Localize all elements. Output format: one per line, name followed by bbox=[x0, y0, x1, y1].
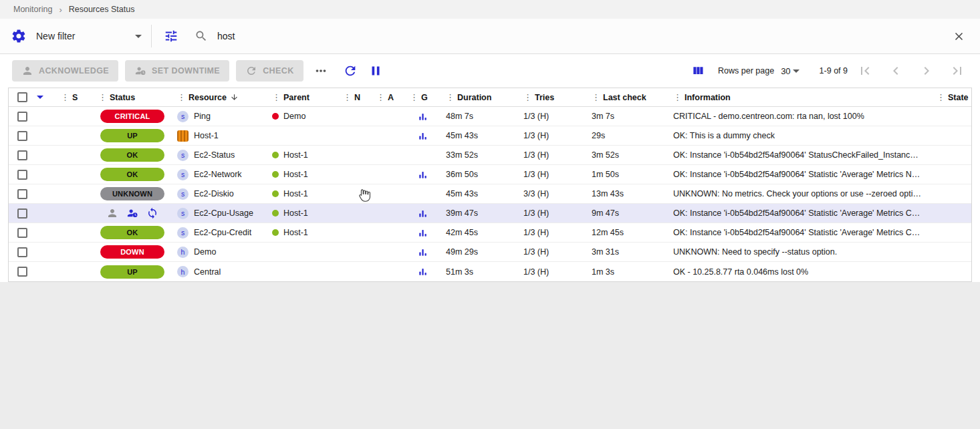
row-checkbox[interactable] bbox=[17, 170, 27, 180]
table-row[interactable]: CRITICAL s Ping Demo 48m 7s 1/3 (H) 3m 7… bbox=[9, 107, 971, 126]
column-header-state[interactable]: ⋮State bbox=[931, 88, 971, 106]
parent-cell[interactable]: Host-1 bbox=[267, 184, 338, 203]
column-header-notes[interactable]: ⋮N bbox=[338, 88, 371, 106]
status-badge[interactable]: CRITICAL bbox=[100, 110, 164, 123]
resource-cell[interactable]: h Demo bbox=[172, 243, 267, 261]
set-downtime-button[interactable]: SET DOWNTIME bbox=[125, 60, 229, 82]
parent-cell[interactable]: Demo bbox=[267, 107, 338, 126]
table-row[interactable]: OK s Ec2-Network Host-1 36m 50s 1/3 (H) … bbox=[9, 165, 971, 184]
row-checkbox[interactable] bbox=[17, 189, 27, 199]
parent-name: Host-1 bbox=[283, 189, 308, 198]
tune-filter-icon[interactable] bbox=[164, 29, 178, 43]
resource-cell[interactable]: s Ec2-Cpu-Credit bbox=[172, 223, 267, 242]
resource-cell[interactable]: Host-1 bbox=[172, 126, 267, 145]
breadcrumb-monitoring[interactable]: Monitoring bbox=[13, 5, 52, 14]
table-row[interactable]: UNKNOWN s Ec2-Diskio Host-1 45m 43s 3/3 … bbox=[9, 184, 971, 204]
duration-cell: 36m 50s bbox=[441, 165, 518, 184]
column-header-last-check[interactable]: ⋮Last check bbox=[586, 88, 668, 106]
resource-cell[interactable]: s Ec2-Status bbox=[172, 146, 267, 164]
severity-cell bbox=[55, 107, 93, 126]
column-header-parent[interactable]: ⋮Parent bbox=[267, 88, 338, 106]
column-header-status[interactable]: ⋮Status bbox=[93, 88, 172, 106]
information-cell: OK: Instance 'i-0b54bd2f54af90064' Statu… bbox=[668, 146, 931, 164]
prev-page-button[interactable] bbox=[885, 60, 906, 82]
acknowledge-button[interactable]: ACKNOWLEDGE bbox=[12, 60, 118, 82]
last-page-button[interactable] bbox=[947, 60, 968, 82]
resource-cell[interactable]: s Ec2-Diskio bbox=[172, 184, 267, 203]
resource-cell[interactable]: s Ec2-Cpu-Usage bbox=[172, 204, 267, 223]
status-badge[interactable]: DOWN bbox=[100, 245, 164, 259]
row-checkbox[interactable] bbox=[17, 247, 27, 257]
column-header-resource[interactable]: ⋮ Resource bbox=[172, 88, 267, 106]
set-downtime-label: SET DOWNTIME bbox=[152, 66, 220, 76]
status-badge[interactable]: UP bbox=[100, 265, 164, 279]
search-input[interactable] bbox=[217, 31, 937, 41]
column-header-graph[interactable]: ⋮G bbox=[404, 88, 441, 106]
graph-icon[interactable] bbox=[418, 208, 428, 219]
graph-icon[interactable] bbox=[418, 170, 428, 180]
select-all-checkbox[interactable] bbox=[17, 92, 27, 102]
status-badge[interactable]: UNKNOWN bbox=[100, 187, 164, 200]
columns-icon[interactable] bbox=[687, 60, 709, 82]
search-area bbox=[195, 29, 953, 43]
check-button[interactable]: CHECK bbox=[236, 60, 303, 82]
column-header-severity[interactable]: ⋮S bbox=[55, 88, 93, 106]
next-page-button[interactable] bbox=[916, 60, 937, 82]
table-row[interactable]: UP Host-1 45m 43s 1/3 (H) 29s OK: This i… bbox=[9, 126, 971, 146]
severity-cell bbox=[55, 184, 93, 203]
settings-gear-icon[interactable] bbox=[11, 28, 27, 44]
filter-preset-select[interactable]: New filter bbox=[36, 31, 142, 41]
row-checkbox[interactable] bbox=[17, 131, 27, 141]
graph-cell bbox=[404, 262, 441, 281]
state-cell bbox=[931, 146, 971, 164]
notes-cell bbox=[338, 146, 371, 164]
row-checkbox[interactable] bbox=[17, 267, 27, 277]
row-checkbox[interactable] bbox=[17, 112, 27, 122]
state-cell bbox=[931, 184, 971, 203]
table-row[interactable]: s Ec2-Cpu-Usage Host-1 39m 47s 1/3 (H) 9… bbox=[9, 204, 971, 223]
status-badge[interactable]: UP bbox=[100, 129, 164, 142]
parent-cell[interactable]: Host-1 bbox=[267, 223, 338, 242]
header-label: Tries bbox=[535, 93, 554, 102]
sort-desc-icon[interactable] bbox=[230, 93, 239, 102]
select-all-dropdown-icon[interactable] bbox=[37, 96, 43, 99]
status-badge[interactable]: OK bbox=[100, 226, 164, 239]
row-checkbox[interactable] bbox=[17, 228, 27, 238]
graph-icon[interactable] bbox=[418, 112, 428, 122]
table-row[interactable]: DOWN h Demo 49m 29s 1/3 (H) 3m 31s UNKNO… bbox=[9, 243, 971, 262]
rows-per-page-select[interactable]: 30 bbox=[781, 66, 799, 76]
table-row[interactable]: OK s Ec2-Status Host-1 33m 52s 1/3 (H) 3… bbox=[9, 146, 971, 165]
parent-cell[interactable] bbox=[267, 243, 338, 261]
parent-cell[interactable] bbox=[267, 262, 338, 281]
information-cell: CRITICAL - demo.centreon.com: rta nan, l… bbox=[668, 107, 931, 126]
refresh-button[interactable] bbox=[340, 60, 361, 82]
parent-cell[interactable]: Host-1 bbox=[267, 165, 338, 184]
row-checkbox[interactable] bbox=[17, 150, 27, 160]
pause-button[interactable] bbox=[365, 60, 386, 82]
column-header-duration[interactable]: ⋮Duration bbox=[441, 88, 518, 106]
graph-icon[interactable] bbox=[418, 228, 428, 238]
last-check-cell: 3m 7s bbox=[586, 107, 668, 126]
notes-cell bbox=[338, 184, 371, 203]
resource-cell[interactable]: s Ping bbox=[172, 107, 267, 126]
resource-cell[interactable]: h Central bbox=[172, 262, 267, 281]
first-page-button[interactable] bbox=[854, 60, 876, 82]
table-row[interactable]: UP h Central 51m 3s 1/3 (H) 1m 3s OK - 1… bbox=[9, 262, 971, 281]
row-checkbox[interactable] bbox=[17, 208, 27, 219]
severity-cell bbox=[55, 204, 93, 223]
resource-cell[interactable]: s Ec2-Network bbox=[172, 165, 267, 184]
status-badge[interactable]: OK bbox=[100, 168, 164, 181]
graph-icon[interactable] bbox=[418, 131, 428, 141]
clear-search-icon[interactable] bbox=[953, 30, 969, 43]
parent-cell[interactable]: Host-1 bbox=[267, 146, 338, 164]
column-header-action[interactable]: ⋮A bbox=[371, 88, 404, 106]
status-badge[interactable]: OK bbox=[100, 148, 164, 162]
more-actions-button[interactable] bbox=[310, 60, 332, 82]
parent-cell[interactable] bbox=[267, 126, 338, 145]
table-row[interactable]: OK s Ec2-Cpu-Credit Host-1 42m 45s 1/3 (… bbox=[9, 223, 971, 243]
column-header-information[interactable]: ⋮Information bbox=[668, 88, 931, 106]
column-header-tries[interactable]: ⋮Tries bbox=[518, 88, 586, 106]
parent-cell[interactable]: Host-1 bbox=[267, 204, 338, 223]
graph-icon[interactable] bbox=[418, 267, 428, 277]
graph-icon[interactable] bbox=[418, 247, 428, 257]
